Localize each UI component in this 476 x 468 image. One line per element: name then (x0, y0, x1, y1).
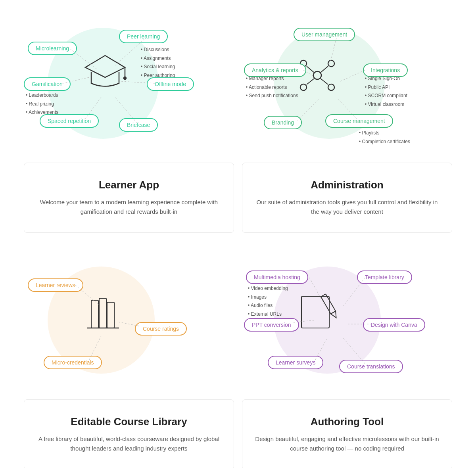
authoring-diagram: Multimedia hosting Video embedding Image… (242, 245, 452, 391)
svg-point-9 (313, 71, 321, 79)
editable-library-card: Editable Course Library A free library o… (24, 399, 234, 468)
books-icon (79, 292, 127, 332)
editable-library-description: A free library of beautiful, world-class… (36, 434, 222, 453)
administration-description: Our suite of administration tools gives … (254, 198, 440, 217)
administration-card: Administration Our suite of administrati… (242, 163, 452, 233)
analytics-list: Manager reports Actionable reports Send … (246, 75, 298, 100)
learner-app-title: Learner App (36, 179, 222, 191)
learner-surveys-bubble: Learner surveys (268, 356, 323, 369)
administration-title: Administration (254, 179, 440, 191)
course-ratings-bubble: Course ratings (135, 322, 187, 336)
branding-bubble: Branding (264, 116, 302, 129)
library-diagram: Learner reviews Course ratings Micro-cre… (24, 245, 234, 391)
learner-app-description: Welcome your team to a modern learning e… (36, 198, 222, 217)
svg-point-11 (328, 60, 334, 67)
course-management-list: Playlists Completion certificates (359, 129, 410, 146)
svg-rect-24 (99, 298, 106, 328)
authoring-tool-title: Authoring Tool (254, 416, 440, 428)
learner-reviews-bubble: Learner reviews (28, 278, 83, 292)
svg-rect-25 (107, 302, 114, 328)
peer-learning-list: Discussions Assignments Social learning … (141, 46, 175, 80)
course-translations-bubble: Course translations (339, 360, 403, 373)
ppt-conversion-bubble: PPT conversion (244, 318, 299, 332)
authoring-tool-card: Authoring Tool Design beautiful, engagin… (242, 399, 452, 468)
svg-rect-31 (321, 294, 336, 314)
svg-marker-32 (331, 311, 339, 319)
pencil-icon (296, 290, 339, 334)
course-management-bubble: Course management (325, 114, 393, 128)
multimedia-hosting-bubble: Multimedia hosting (246, 270, 308, 284)
svg-line-15 (321, 66, 328, 73)
learner-app-card: Learner App Welcome your team to a moder… (24, 163, 234, 233)
peer-learning-bubble: Peer learning (119, 30, 168, 43)
main-container: Microlearning Peer learning Discussions … (0, 0, 476, 468)
authoring-tool-description: Design beautiful, engaging and effective… (254, 434, 440, 453)
svg-line-17 (307, 79, 314, 84)
micro-credentials-bubble: Micro-credentials (44, 356, 102, 369)
microlearning-bubble: Microlearning (28, 42, 77, 55)
graduation-cap-icon (81, 52, 129, 91)
svg-rect-23 (91, 300, 98, 328)
bottom-row: Learner reviews Course ratings Micro-cre… (24, 245, 452, 391)
learner-app-diagram: Microlearning Peer learning Discussions … (24, 8, 234, 155)
cards-row-bottom: Editable Course Library A free library o… (24, 399, 452, 468)
briefcase-bubble: Briefcase (119, 118, 158, 132)
svg-point-2 (124, 77, 126, 79)
svg-point-13 (300, 84, 307, 90)
design-canva-bubble: Design with Canva (363, 318, 425, 332)
user-management-bubble: User management (294, 28, 355, 41)
gamification-list: Leaderboards Real prizing Achievements (26, 91, 58, 117)
svg-line-16 (321, 79, 328, 84)
integrations-list: Single Sign-On Public API SCORM complian… (365, 75, 407, 109)
cards-row-top: Learner App Welcome your team to a moder… (24, 163, 452, 233)
admin-diagram: User management Analytics & reports Mana… (242, 8, 452, 155)
top-row: Microlearning Peer learning Discussions … (24, 8, 452, 155)
offline-mode-bubble: Offline mode (147, 77, 194, 91)
editable-library-title: Editable Course Library (36, 416, 222, 428)
svg-rect-30 (301, 296, 329, 328)
gamification-bubble: Gamification (24, 77, 71, 91)
template-library-bubble: Template library (357, 270, 412, 284)
svg-point-12 (328, 84, 334, 90)
multimedia-list: Video embedding Images Audio files Exter… (248, 284, 288, 318)
svg-line-14 (307, 66, 314, 73)
spaced-repetition-bubble: Spaced repetition (40, 114, 99, 128)
